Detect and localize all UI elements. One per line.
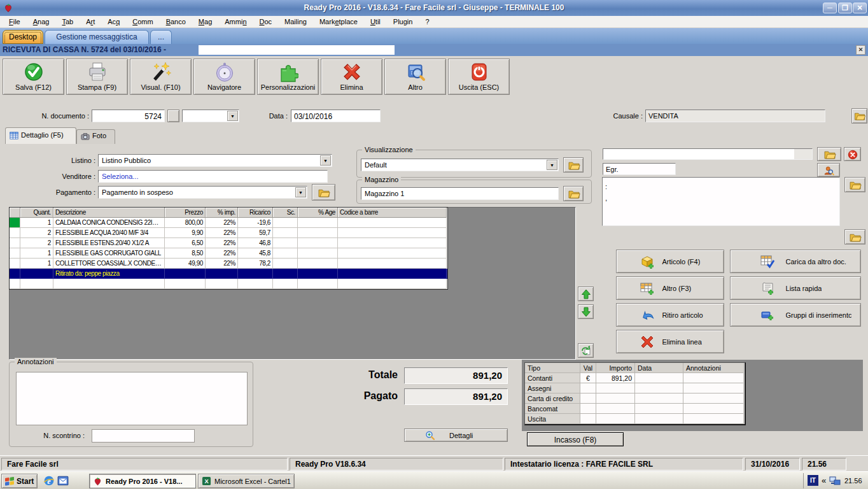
toolbar-salva-f12-button[interactable]: Salva (F12) [3,59,64,95]
combo-arrow-icon[interactable]: ▼ [295,187,306,197]
menu-mailing[interactable]: Mailing [278,16,313,28]
tab-gestione-messaggistica[interactable]: Gestione messaggistica [45,30,149,44]
start-button[interactable]: Start [1,474,38,488]
payments-row[interactable]: Uscita [525,414,745,424]
tab-more[interactable]: ... [150,30,172,44]
tab-dettaglio[interactable]: Dettaglio (F5) [5,127,76,144]
menu-doc[interactable]: Doc [253,16,279,28]
menu-acq[interactable]: Acq [101,16,126,28]
menu-plugin[interactable]: Plugin [387,16,419,28]
listino-label: Listino : [38,154,95,167]
causale-folder-button[interactable] [851,108,867,124]
carica-da-altro-doc-button[interactable]: Carica da altro doc. [730,250,861,273]
magazzino-folder-button[interactable] [563,186,584,201]
pagato-label: Pagato [331,390,398,402]
toolbar-stampa-f9-button[interactable]: Stampa (F9) [66,59,128,95]
language-indicator[interactable]: IT [808,475,818,486]
address-folder-button[interactable] [844,177,865,192]
n-documento-input[interactable]: 5724 [92,110,165,122]
restore-button[interactable]: ❐ [838,3,852,13]
items-table-row[interactable]: 1FLESSIBILE GAS CORRUGATO GIALL8,5022%45… [10,248,447,259]
cliente-folder-button[interactable] [817,147,841,161]
extra-folder-button[interactable] [844,229,865,244]
toolbar-elimina-button[interactable]: Elimina [321,59,382,95]
articolo-f4-button[interactable]: Articolo (F4) [616,250,724,273]
pagamento-combobox[interactable]: Pagamento in sospeso▼ [98,186,307,199]
taskbar-item-readypro[interactable]: Ready Pro 2016 - V18... [89,474,196,488]
toolbar-navigatore-button[interactable]: Navigatore [193,59,255,95]
taskbar-item-excel[interactable]: X Microsoft Excel - Cartel1 [198,474,295,488]
minimize-button[interactable]: ─ [823,3,837,13]
status-panel: Ready Pro V18.6.34 [290,458,503,471]
network-icon[interactable] [829,475,841,486]
puzzle-icon [278,62,298,82]
menu-help[interactable]: ? [419,16,435,28]
menu-ammin[interactable]: Ammin [218,16,253,28]
gruppi-di-inserimentc-button[interactable]: Gruppi di inserimentc [730,303,861,327]
tab-desktop[interactable]: Desktop [3,30,43,44]
menu-anag[interactable]: Anag [27,16,56,28]
pagamento-folder-button[interactable] [312,184,335,201]
cliente-clear-button[interactable] [844,147,861,161]
salutation-field[interactable]: Egr. [603,163,676,175]
document-close-icon[interactable]: ✕ [856,45,865,55]
internet-explorer-icon[interactable]: e [43,475,55,486]
menu-util[interactable]: Util [364,16,387,28]
items-table-row[interactable]: 2FLESSIBILE ACQUA 20/40 M/F 3/49,9022%59… [10,228,447,238]
n-scontrino-input[interactable] [92,429,195,443]
tray-chevron[interactable]: « [822,476,826,485]
pagato-value: 891,20 [404,388,508,405]
toolbar-altro-button[interactable]: Altro [384,59,446,95]
refresh-grid-button[interactable] [578,343,594,358]
n-documento-spin-button[interactable] [167,110,179,122]
combo-arrow-icon[interactable]: ▼ [320,155,331,166]
items-table-selected-row[interactable]: Ritirato da: peppe piazza [10,269,447,279]
cliente-person-search-button[interactable] [817,163,840,177]
move-row-down-button[interactable] [578,304,594,319]
combo-arrow-icon[interactable]: ▼ [227,111,238,121]
ritiro-articolo-button[interactable]: Ritiro articolo [616,303,724,327]
toolbar-uscita-esc-button[interactable]: Uscita (ESC) [448,59,510,95]
items-table-row[interactable]: 1COLLETTORE COASSIAL.X CONDENSI49,9022%7… [10,259,447,269]
listino-combobox[interactable]: Listino Pubblico▼ [98,154,332,167]
toolbar-visual-f10-button[interactable]: Visual. (F10) [130,59,192,95]
serie-combobox[interactable]: ▼ [182,110,239,122]
payments-row[interactable]: Assegni [525,383,745,393]
menu-file[interactable]: File [3,16,27,28]
elimina-linea-button[interactable]: Elimina linea [616,330,724,353]
move-row-up-button[interactable] [578,287,594,301]
outlook-icon[interactable] [57,475,69,486]
items-table-row[interactable]: 1CALDAIA CONICA CONDENSIG 22IEF...800,00… [10,218,447,228]
close-button[interactable]: ✕ [853,3,867,13]
menu-banco[interactable]: Banco [160,16,192,28]
menu-marketplace[interactable]: Marketplace [313,16,364,28]
annotazioni-textarea[interactable] [16,372,248,425]
venditore-input[interactable]: Seleziona... [98,170,328,183]
incasso-button[interactable]: Incasso (F8) [527,432,624,446]
items-table-row[interactable] [10,279,447,289]
dettagli-button[interactable]: Dettagli [404,429,508,442]
cliente-search-field[interactable] [603,148,813,160]
tab-foto[interactable]: Foto [76,129,115,144]
payments-row[interactable]: Carta di credito [525,393,745,404]
menu-tab[interactable]: Tab [55,16,80,28]
data-input[interactable]: 03/10/2016 [291,110,381,122]
lista-rapida-button[interactable]: Lista rapida [730,276,861,300]
totale-label: Totale [331,369,398,381]
payments-row[interactable]: Contanti€891,20 [525,373,745,383]
document-title: RICEVUTA DI CASSA N. 5724 del 03/10/2016… [3,45,166,54]
combo-arrow-icon[interactable]: ▼ [547,160,557,170]
menu-art[interactable]: Art [80,16,101,28]
taskbar: Start e Ready Pro 2016 - V18... X Micros… [0,471,868,489]
visualizzazione-folder-button[interactable] [563,157,584,173]
visualizzazione-combobox[interactable]: Default▼ [361,159,559,171]
venditore-label: Venditore : [38,170,95,183]
altro-f3-button[interactable]: Altro (F3) [616,276,724,300]
cliente-address-box[interactable]: : , [602,177,840,226]
payments-row[interactable]: Bancomat [525,404,745,414]
menu-comm[interactable]: Comm [126,16,159,28]
magazzino-input[interactable]: Magazzino 1 [361,187,559,200]
menu-mag[interactable]: Mag [192,16,218,28]
items-table-row[interactable]: 2FLESSIBILE ESTENS.20/40 X1/2 A6,5022%46… [10,238,447,248]
toolbar-personalizzazioni-button[interactable]: Personalizzazioni [257,59,319,95]
